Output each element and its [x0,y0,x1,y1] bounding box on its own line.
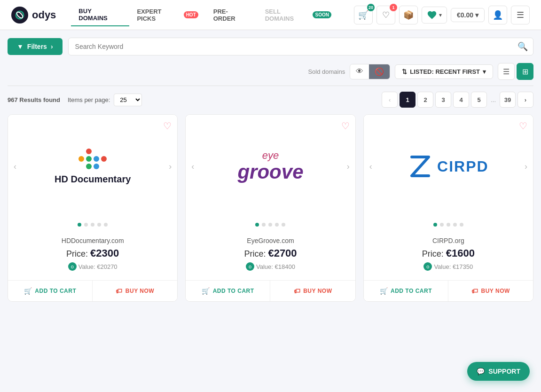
card-image-eyegroove: ‹ eye groove › [186,115,355,218]
card-domain-hddoc: HDDocumentary.com [16,237,170,244]
add-to-cart-btn-hddoc[interactable]: 🛒 ADD TO CART [8,281,93,301]
page-3-btn[interactable]: 3 [435,92,451,108]
card-actions-eyegroove: 🛒 ADD TO CART 🏷 BUY NOW [186,280,355,301]
cirpd-logo: CIRPD [408,153,489,180]
dot-4 [97,223,101,227]
sort-button[interactable]: ⇅ LISTED: RECENT FIRST ▾ [395,64,493,79]
box-button[interactable]: 📦 [399,6,418,24]
hddoc-logo-text: HD Documentary [55,174,131,185]
price-display[interactable]: €0.00 ▾ [451,8,485,22]
prev-page-btn[interactable]: ‹ [382,92,398,108]
favorite-btn-cirpd[interactable]: ♡ [519,120,527,132]
card-nav-left-eyegroove[interactable]: ‹ [188,158,198,175]
page-2-btn[interactable]: 2 [417,92,433,108]
wishlist-button[interactable]: ♡ 1 [376,6,395,24]
buy-icon-hddoc: 🏷 [116,287,123,295]
list-view-btn[interactable]: ☰ [498,63,515,80]
dot-2 [262,223,266,227]
price-dropdown-icon: ▾ [475,11,478,19]
dot-4 [453,223,457,227]
logo-icon [11,7,28,24]
favorite-btn-eyegroove[interactable]: ♡ [341,120,350,132]
card-value-eyegroove: o Value: €18400 [193,262,347,271]
nav-pre-order[interactable]: PRE-ORDER [206,4,258,26]
card-nav-right-cirpd[interactable]: › [521,158,531,175]
add-to-cart-btn-eyegroove[interactable]: 🛒 ADD TO CART [186,281,270,301]
eyegroove-logo: eye groove [237,150,303,183]
account-button[interactable]: 👤 [488,6,507,24]
dot-3 [91,223,94,227]
buy-now-btn-hddoc[interactable]: 🏷 BUY NOW [93,281,177,301]
page-5-btn[interactable]: 5 [471,92,487,108]
nav-expert-picks[interactable]: EXPERT PICKS HOT [129,4,205,26]
heart-menu-button[interactable]: ▾ [422,7,447,24]
toolbar: ▼ Filters › 🔍 [8,38,533,55]
add-to-cart-btn-cirpd[interactable]: 🛒 ADD TO CART [364,281,448,301]
domain-card-eyegroove: ♡ ‹ eye groove › EyeGroove.com Price: € [185,114,355,302]
search-input[interactable] [68,38,533,55]
nav-buy-domains[interactable]: BUY DOMAINS [71,4,129,26]
favorite-btn-hddoc[interactable]: ♡ [163,120,172,132]
sold-toggle-group: 👁 🚫 [350,64,390,79]
next-page-btn[interactable]: › [517,92,533,108]
per-page-select[interactable]: 25 50 100 [114,94,142,106]
sort-icon: ⇅ [402,68,407,75]
sold-visible-btn[interactable]: 👁 [350,64,369,79]
page-4-btn[interactable]: 4 [453,92,469,108]
buy-now-btn-eyegroove[interactable]: 🏷 BUY NOW [270,281,355,301]
wishlist-count: 1 [390,4,397,11]
card-price-eyegroove: Price: €2700 [193,247,347,259]
menu-button[interactable]: ☰ [511,6,530,24]
card-dots-cirpd [364,218,533,231]
dot-2 [84,223,88,227]
dot-3 [447,223,450,227]
sort-dropdown-icon: ▾ [483,68,486,75]
card-domain-cirpd: CIRPD.org [371,237,525,244]
page-dots: ... [489,96,498,103]
cards-grid: ♡ ‹ [8,114,533,302]
card-nav-left-hddoc[interactable]: ‹ [10,158,20,175]
domain-card-cirpd: ♡ ‹ CIRPD › [363,114,533,302]
logo-text: odys [32,9,56,21]
page-last-btn[interactable]: 39 [500,92,516,108]
filter-arrow-icon: › [51,43,53,50]
sold-hidden-btn[interactable]: 🚫 [369,64,390,79]
filter-row: Sold domains 👁 🚫 ⇅ LISTED: RECENT FIRST … [8,63,533,80]
grid-view-btn[interactable]: ⊞ [517,63,533,80]
card-nav-right-eyegroove[interactable]: › [343,158,353,175]
domain-card-hddocumentary: ♡ ‹ [8,114,178,302]
heart-icon [427,10,437,20]
results-count: 967 Results found [8,96,60,103]
chevron-down-icon: ▾ [439,12,442,18]
card-price-hddoc: Price: €2300 [16,247,170,259]
card-image-hddoc: ‹ [8,115,177,218]
card-value-cirpd: o Value: €17350 [371,262,525,271]
page-1-btn[interactable]: 1 [400,92,416,108]
nav-sell-domains[interactable]: SELL DOMAINS SOON [258,4,339,26]
divider [8,86,533,86]
card-actions-hddoc: 🛒 ADD TO CART 🏷 BUY NOW [8,280,177,301]
dot-1 [433,223,437,227]
header-right: 🛒 20 ♡ 1 📦 ▾ €0.00 ▾ 👤 ☰ [354,6,530,24]
card-nav-left-cirpd[interactable]: ‹ [366,158,376,175]
buy-now-btn-cirpd[interactable]: 🏷 BUY NOW [448,281,533,301]
logo[interactable]: odys [11,7,56,24]
soon-badge: SOON [313,11,331,18]
cart-icon-hddoc: 🛒 [24,287,32,295]
dot-1 [255,223,259,227]
odys-icon-eyegroove: o [246,262,254,271]
main-content: ▼ Filters › 🔍 Sold domains 👁 🚫 ⇅ LISTED:… [0,30,541,309]
card-value-hddoc: o Value: €20270 [16,262,170,271]
results-row: 967 Results found Items per page: 25 50 … [8,92,533,108]
card-info-eyegroove: EyeGroove.com Price: €2700 o Value: €184… [186,231,355,280]
filter-icon: ▼ [17,43,24,50]
dot-5 [104,223,108,227]
cirpd-text: CIRPD [437,158,489,175]
view-toggle: ☰ ⊞ [498,63,533,80]
cart-button[interactable]: 🛒 20 [354,6,373,24]
eyegroove-eye-text: eye [237,150,303,161]
card-dots-eyegroove [186,218,355,231]
cart-count: 20 [367,4,375,11]
card-nav-right-hddoc[interactable]: › [165,158,175,175]
filters-button[interactable]: ▼ Filters › [8,38,63,55]
